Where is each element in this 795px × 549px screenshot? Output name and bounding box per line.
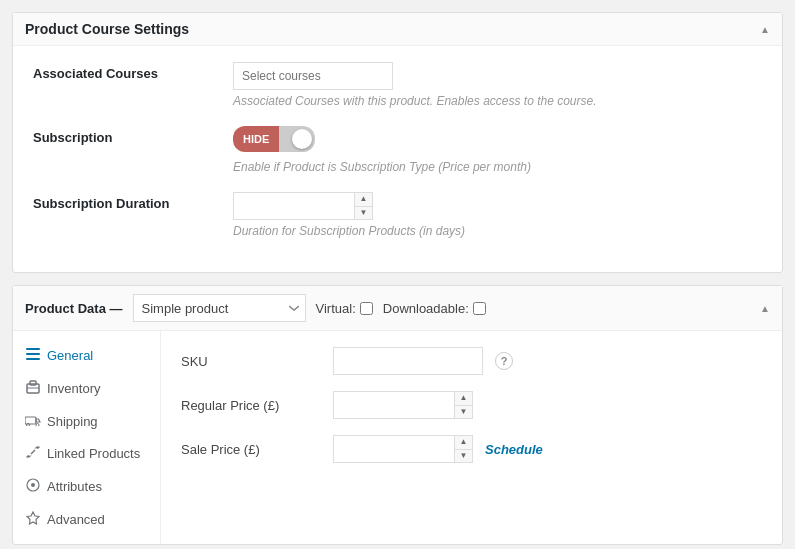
svg-point-10 bbox=[31, 483, 35, 487]
subscription-duration-input[interactable] bbox=[234, 193, 354, 219]
subscription-duration-label: Subscription Duration bbox=[33, 192, 233, 211]
sale-price-spin-up[interactable]: ▲ bbox=[455, 436, 472, 450]
associated-courses-label: Associated Courses bbox=[33, 62, 233, 81]
linked-products-label: Linked Products bbox=[47, 446, 140, 461]
regular-price-input-wrap: ▲ ▼ bbox=[333, 391, 473, 419]
sale-price-label: Sale Price (£) bbox=[181, 442, 321, 457]
associated-courses-input[interactable] bbox=[233, 62, 393, 90]
sku-label: SKU bbox=[181, 354, 321, 369]
downloadable-checkbox[interactable] bbox=[473, 302, 486, 315]
sidebar-item-inventory[interactable]: Inventory bbox=[13, 372, 160, 405]
product-data-body: General Inventory bbox=[13, 331, 782, 544]
sale-price-row: Sale Price (£) ▲ ▼ Schedule bbox=[181, 435, 762, 463]
svg-rect-1 bbox=[26, 353, 40, 355]
shipping-label: Shipping bbox=[47, 414, 98, 429]
regular-price-spin-down[interactable]: ▼ bbox=[455, 406, 472, 419]
subscription-duration-spin-up[interactable]: ▲ bbox=[355, 193, 372, 207]
sku-help-icon[interactable]: ? bbox=[495, 352, 513, 370]
sale-price-input-wrap: ▲ ▼ bbox=[333, 435, 473, 463]
sidebar-item-attributes[interactable]: Attributes bbox=[13, 470, 160, 503]
sidebar-item-shipping[interactable]: Shipping bbox=[13, 405, 160, 437]
associated-courses-desc: Associated Courses with this product. En… bbox=[233, 94, 762, 108]
subscription-desc: Enable if Product is Subscription Type (… bbox=[233, 160, 762, 174]
svg-rect-4 bbox=[30, 381, 36, 385]
associated-courses-row: Associated Courses Associated Courses wi… bbox=[33, 62, 762, 108]
sale-price-spin-down[interactable]: ▼ bbox=[455, 450, 472, 463]
svg-rect-0 bbox=[26, 348, 40, 350]
linked-products-icon bbox=[25, 445, 41, 462]
svg-marker-11 bbox=[27, 512, 39, 524]
product-data-panel: Product Data — Simple product Variable p… bbox=[12, 285, 783, 545]
regular-price-spin: ▲ ▼ bbox=[454, 392, 472, 418]
virtual-checkbox-label[interactable]: Virtual: bbox=[316, 301, 373, 316]
sidebar-item-linked-products[interactable]: Linked Products bbox=[13, 437, 160, 470]
subscription-duration-row: Subscription Duration ▲ ▼ Duration for S… bbox=[33, 192, 762, 238]
course-settings-body: Associated Courses Associated Courses wi… bbox=[13, 46, 782, 272]
sku-row: SKU ? bbox=[181, 347, 762, 375]
subscription-row: Subscription HIDE Enable if Product is S… bbox=[33, 126, 762, 174]
sale-price-input[interactable] bbox=[334, 436, 454, 462]
general-icon bbox=[25, 347, 41, 364]
inventory-label: Inventory bbox=[47, 381, 100, 396]
subscription-toggle-thumb bbox=[292, 129, 312, 149]
svg-point-8 bbox=[36, 424, 39, 427]
subscription-duration-input-wrap: ▲ ▼ bbox=[233, 192, 373, 220]
subscription-field: HIDE Enable if Product is Subscription T… bbox=[233, 126, 762, 174]
regular-price-spin-up[interactable]: ▲ bbox=[455, 392, 472, 406]
product-data-header: Product Data — Simple product Variable p… bbox=[13, 286, 782, 331]
virtual-checkbox[interactable] bbox=[360, 302, 373, 315]
sidebar-nav: General Inventory bbox=[13, 331, 161, 544]
sidebar-item-advanced[interactable]: Advanced bbox=[13, 503, 160, 536]
attributes-icon bbox=[25, 478, 41, 495]
schedule-link[interactable]: Schedule bbox=[485, 442, 543, 457]
virtual-label: Virtual: bbox=[316, 301, 356, 316]
downloadable-checkbox-label[interactable]: Downloadable: bbox=[383, 301, 486, 316]
course-settings-title: Product Course Settings bbox=[25, 21, 189, 37]
associated-courses-field: Associated Courses with this product. En… bbox=[233, 62, 762, 108]
product-type-select[interactable]: Simple product Variable product Grouped … bbox=[133, 294, 306, 322]
svg-rect-2 bbox=[26, 358, 40, 360]
subscription-toggle-track[interactable] bbox=[279, 126, 315, 152]
subscription-duration-desc: Duration for Subscription Products (in d… bbox=[233, 224, 762, 238]
product-data-title: Product Data — bbox=[25, 301, 123, 316]
regular-price-row: Regular Price (£) ▲ ▼ bbox=[181, 391, 762, 419]
shipping-icon bbox=[25, 413, 41, 429]
subscription-toggle-hide-button[interactable]: HIDE bbox=[233, 126, 279, 152]
inventory-icon bbox=[25, 380, 41, 397]
subscription-duration-spin-down[interactable]: ▼ bbox=[355, 207, 372, 220]
sku-input[interactable] bbox=[333, 347, 483, 375]
regular-price-label: Regular Price (£) bbox=[181, 398, 321, 413]
svg-rect-6 bbox=[25, 417, 36, 424]
course-settings-header: Product Course Settings ▲ bbox=[13, 13, 782, 46]
product-data-collapse-icon[interactable]: ▲ bbox=[760, 303, 770, 314]
downloadable-label: Downloadable: bbox=[383, 301, 469, 316]
attributes-label: Attributes bbox=[47, 479, 102, 494]
subscription-duration-spin: ▲ ▼ bbox=[354, 193, 372, 219]
general-tab-content: SKU ? Regular Price (£) ▲ ▼ Sale Price (… bbox=[161, 331, 782, 544]
subscription-duration-field: ▲ ▼ Duration for Subscription Products (… bbox=[233, 192, 762, 238]
general-label: General bbox=[47, 348, 93, 363]
regular-price-input[interactable] bbox=[334, 392, 454, 418]
subscription-toggle-wrap: HIDE bbox=[233, 126, 762, 152]
advanced-icon bbox=[25, 511, 41, 528]
course-settings-panel: Product Course Settings ▲ Associated Cou… bbox=[12, 12, 783, 273]
sidebar-item-general[interactable]: General bbox=[13, 339, 160, 372]
sale-price-spin: ▲ ▼ bbox=[454, 436, 472, 462]
course-panel-collapse-icon[interactable]: ▲ bbox=[760, 24, 770, 35]
svg-point-7 bbox=[27, 424, 30, 427]
subscription-label: Subscription bbox=[33, 126, 233, 145]
advanced-label: Advanced bbox=[47, 512, 105, 527]
